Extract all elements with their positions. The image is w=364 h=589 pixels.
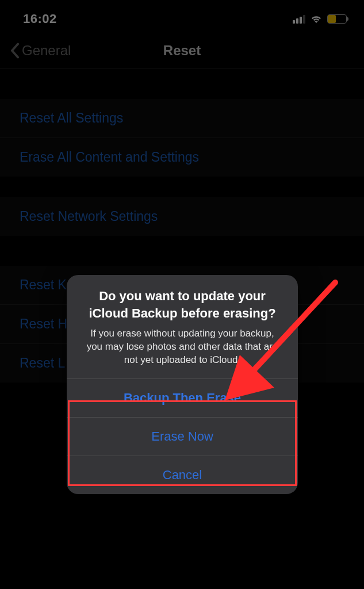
cancel-button[interactable]: Cancel <box>67 456 298 494</box>
alert-message: If you erase without updating your backu… <box>81 327 284 367</box>
alert-body: Do you want to update your iCloud Backup… <box>67 275 298 378</box>
erase-now-button[interactable]: Erase Now <box>67 417 298 456</box>
alert-buttons: Backup Then Erase Erase Now Cancel <box>67 378 298 494</box>
confirm-erase-alert: Do you want to update your iCloud Backup… <box>67 275 298 494</box>
backup-then-erase-button[interactable]: Backup Then Erase <box>67 378 298 417</box>
alert-title: Do you want to update your iCloud Backup… <box>81 288 284 322</box>
